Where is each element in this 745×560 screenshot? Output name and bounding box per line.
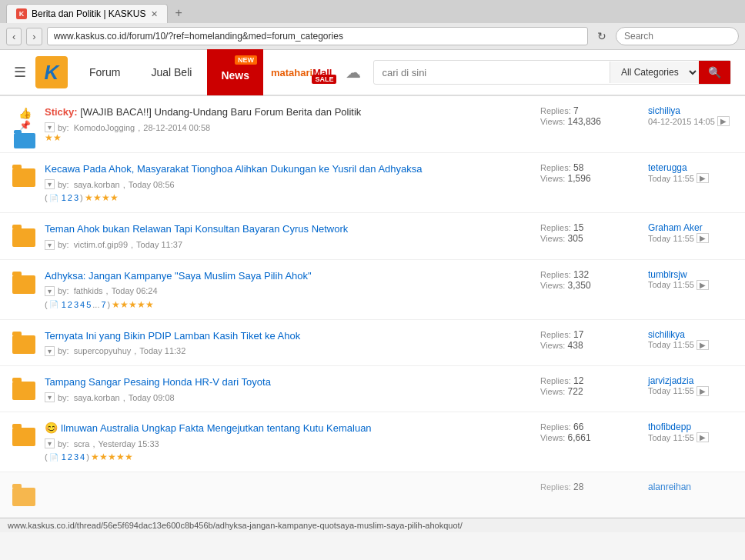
thread-list-container: 👍 📌 Sticky: [WAJIB BACA!!] Undang-Undang… — [0, 96, 745, 518]
page-link-3[interactable]: 3 — [74, 193, 79, 202]
last-post-arrow[interactable]: ▶ — [697, 386, 709, 396]
thread-title[interactable]: Kecawa Pada Ahok, Masyarakat Tionghoa Al… — [45, 163, 422, 175]
nav-forum[interactable]: Forum — [74, 49, 135, 95]
news-text: News — [221, 69, 249, 82]
page-link-2[interactable]: 2 — [68, 452, 72, 462]
thread-title[interactable]: Teman Ahok bukan Relawan Tapi Konsultan … — [45, 223, 348, 235]
close-tab-button[interactable]: ✕ — [151, 9, 158, 19]
views-count: 305 — [568, 233, 583, 244]
page-link-4[interactable]: 4 — [80, 300, 85, 309]
thread-body: 😊 Ilmuwan Australia Ungkap Fakta Mengeju… — [45, 422, 533, 462]
site-search-input[interactable] — [374, 62, 610, 83]
page-link-3[interactable]: 3 — [74, 300, 79, 309]
by-label: by: — [58, 180, 69, 189]
last-post-arrow[interactable]: ▶ — [717, 116, 730, 126]
replies-label: Replies: — [540, 376, 571, 385]
address-bar[interactable] — [47, 27, 588, 45]
thread-author[interactable]: scra — [74, 439, 90, 448]
nav-matahari-mall[interactable]: matahariMall SALE — [263, 67, 340, 78]
refresh-button[interactable]: ↻ — [593, 28, 611, 45]
sticky-label: Sticky: — [45, 106, 80, 118]
page-link-7[interactable]: 7 — [101, 300, 105, 309]
thread-author[interactable]: victim.of.gip99 — [74, 240, 128, 249]
thread-last: sichilikya Today 11:55 ▶ — [648, 329, 733, 350]
page-link-1[interactable]: 1 — [62, 452, 66, 462]
last-user[interactable]: alanreihan — [648, 482, 733, 492]
last-user[interactable]: sichilikya — [648, 329, 733, 340]
thread-row: Ternyata Ini yang Bikin PDIP Lamban Kasi… — [0, 320, 745, 366]
thread-title[interactable]: [WAJIB BACA!!] Undang-Undang Baru Forum … — [80, 106, 361, 118]
thread-stars: ★★ — [45, 132, 533, 143]
nav-jual-beli[interactable]: Jual Beli — [135, 49, 207, 95]
thread-title[interactable]: Adhyksa: Jangan Kampanye "Saya Muslim Sa… — [45, 270, 312, 282]
meta-toggle[interactable]: ▾ — [45, 392, 55, 402]
thread-row: Teman Ahok bukan Relawan Tapi Konsultan … — [0, 213, 745, 259]
replies-count: 7 — [573, 105, 579, 116]
page-link-5[interactable]: 5 — [86, 300, 91, 309]
by-label: by: — [58, 123, 69, 132]
active-tab[interactable]: K Berita dan Politik | KASKUS ✕ — [6, 4, 168, 23]
thread-author[interactable]: KomodoJogging — [74, 123, 135, 132]
thread-stats: Replies: 132 Views: 3,350 — [540, 269, 640, 291]
category-select[interactable]: All Categories — [610, 62, 699, 83]
page-link-4[interactable]: 4 — [80, 452, 85, 462]
meta-toggle[interactable]: ▾ — [45, 286, 55, 296]
page-link-3[interactable]: 3 — [74, 452, 79, 462]
last-post-arrow[interactable]: ▶ — [697, 233, 709, 243]
new-badge: NEW — [235, 55, 257, 65]
last-post-arrow[interactable]: ▶ — [697, 173, 709, 183]
tab-title: Berita dan Politik | KASKUS — [32, 8, 146, 19]
thread-last: tumblrsjw Today 11:55 ▶ — [648, 269, 733, 290]
last-post-arrow[interactable]: ▶ — [697, 340, 709, 350]
page-link-1[interactable]: 1 — [62, 193, 66, 202]
replies-label: Replies: — [540, 422, 571, 432]
thread-date: Today 11:37 — [136, 240, 182, 249]
thread-author[interactable]: saya.korban — [74, 393, 120, 402]
thread-title[interactable]: Ternyata Ini yang Bikin PDIP Lamban Kasi… — [45, 330, 300, 342]
last-user[interactable]: Graham Aker — [648, 222, 733, 233]
last-user[interactable]: sichiliya — [648, 105, 733, 116]
thread-row-partial: Replies: 28 alanreihan — [0, 472, 745, 518]
kaskus-logo[interactable]: K — [35, 56, 68, 88]
thread-title[interactable]: Tampang Sangar Pesaing Honda HR-V dari T… — [45, 376, 271, 388]
thread-stars: ★★★★★ — [112, 299, 154, 310]
thread-meta: ▾ by: scra, Yesterday 15:33 — [45, 438, 533, 448]
thread-author[interactable]: supercopyuhuy — [74, 346, 132, 355]
browser-search-input[interactable] — [616, 27, 739, 45]
meta-toggle[interactable]: ▾ — [45, 438, 55, 448]
thread-author[interactable]: fathkids — [74, 286, 103, 295]
meta-toggle[interactable]: ▾ — [45, 240, 55, 250]
thread-icon — [12, 483, 37, 508]
thread-title[interactable]: Ilmuwan Australia Ungkap Fakta Mengejutk… — [61, 422, 372, 434]
replies-label: Replies: — [540, 482, 571, 492]
page-link-2[interactable]: 2 — [68, 300, 72, 309]
meta-toggle[interactable]: ▾ — [45, 122, 55, 132]
replies-count: 58 — [573, 162, 583, 173]
last-user[interactable]: thofibdepp — [648, 422, 733, 432]
replies-label: Replies: — [540, 106, 571, 115]
last-post-arrow[interactable]: ▶ — [697, 280, 709, 290]
sale-badge: SALE — [312, 75, 336, 84]
views-label: Views: — [540, 234, 565, 243]
forward-button[interactable]: › — [26, 28, 42, 45]
last-post-arrow[interactable]: ▶ — [697, 432, 709, 442]
views-count: 722 — [568, 386, 583, 397]
meta-toggle[interactable]: ▾ — [45, 346, 55, 356]
nav-news[interactable]: NEW News — [207, 49, 263, 95]
hamburger-menu[interactable]: ☰ — [8, 58, 32, 87]
replies-count: 17 — [573, 329, 583, 340]
by-label: by: — [58, 240, 69, 249]
page-link-2[interactable]: 2 — [68, 193, 72, 202]
page-link-1[interactable]: 1 — [62, 300, 66, 309]
search-button[interactable]: 🔍 — [699, 61, 730, 84]
last-user[interactable]: jarvizjadzia — [648, 375, 733, 386]
cloud-icon[interactable]: ☁ — [346, 63, 361, 82]
back-button[interactable]: ‹ — [6, 28, 22, 45]
last-user[interactable]: tumblrsjw — [648, 269, 733, 280]
meta-toggle[interactable]: ▾ — [45, 179, 55, 189]
new-tab-button[interactable]: + — [169, 3, 189, 23]
replies-count: 28 — [573, 482, 583, 492]
thread-author[interactable]: saya.korban — [74, 180, 120, 189]
thread-body: Adhyksa: Jangan Kampanye "Saya Muslim Sa… — [45, 269, 533, 310]
last-user[interactable]: teterugga — [648, 162, 733, 173]
